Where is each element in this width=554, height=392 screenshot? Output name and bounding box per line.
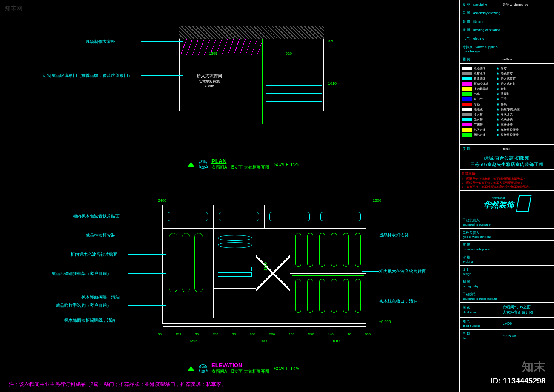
bottom-dims: 50 158 20 750 20 605 500 100 550 440 20 …: [158, 332, 371, 336]
dim: 750: [213, 332, 218, 336]
dim-vert: [262, 39, 263, 124]
leader: [362, 235, 379, 235]
fold-item: [218, 235, 252, 241]
leader: [128, 305, 166, 306]
elev-r3: 实木线条收口，清油: [379, 298, 417, 304]
elev-l2: 成品挂衣杆安装: [86, 232, 115, 238]
legend-item: 冷水管◉单联开关: [462, 112, 552, 117]
tb-footer-row: 工程编号engineering serial number: [460, 290, 554, 303]
tb-footer-row: 设 计design: [460, 266, 554, 278]
long-hang: [163, 229, 214, 318]
garment: [319, 233, 325, 267]
dim: 550: [365, 332, 371, 336]
watermark-top-left: 知末网: [5, 5, 23, 12]
leader-2: [141, 75, 183, 76]
tb-footer-row: 工种负责人type of work principal: [460, 229, 554, 241]
box-icon: [219, 212, 259, 221]
leader: [128, 273, 166, 274]
dim: 550: [308, 332, 314, 336]
proj-cn: 项 目: [463, 146, 503, 151]
tb-header-row: 总 图 assembly drawing: [460, 9, 554, 17]
compartment: [214, 205, 265, 228]
leader: [128, 216, 166, 216]
plan-title-cn: 衣帽间A、B立面 大衣柜展开图: [211, 164, 269, 170]
plan-title-bar: A.BPM03 PLAN 衣帽间A、B立面 大衣柜展开图 SCALE 1:25: [188, 158, 300, 170]
box-icon: [269, 212, 310, 221]
project-label-row: 项 目 item:: [460, 145, 554, 153]
warnings: 注意事项: 1：图面尺寸仅供参考，施工时以现场测量为准；2：图纸尺寸如有不符，施…: [460, 170, 554, 191]
dim-2500: 2500: [373, 198, 381, 203]
shelves-col: [214, 229, 256, 318]
garment: [343, 233, 349, 267]
tb-header-row: 专 业 speciality会签人 signed by: [460, 0, 554, 9]
warn-title: 注意事项:: [462, 172, 552, 176]
room-title: 步入式衣帽间: [197, 73, 222, 79]
compartment: [315, 205, 366, 228]
x-panel: [256, 229, 290, 318]
room-height: 2.86m: [197, 84, 222, 88]
elev-l7: 枫木饰面衣柜踢脚线，清油: [64, 318, 115, 323]
tb-footer-row: 图 名chart name衣帽间A、B立面 大衣柜立面展开图: [460, 303, 554, 318]
plan-marker: A.BPM03: [199, 160, 207, 169]
fold-item: [218, 267, 252, 271]
legend-item: 原有柱体◉隐藏筒灯: [462, 72, 552, 76]
garment: [319, 279, 325, 313]
garment: [331, 279, 337, 313]
dim-1880: 1880: [263, 262, 268, 271]
triangle-icon: [188, 162, 194, 167]
dim: 1395: [189, 339, 197, 343]
legend-item: 电路走线◉单联双控开关: [462, 128, 552, 132]
warning-line: 3：如有不符，施工时须请相应的专业施工单位配合。: [462, 185, 552, 189]
fold-item: [218, 242, 252, 248]
leader-1: [141, 41, 183, 42]
garment: [194, 233, 203, 292]
plan-outline: 步入式衣帽间 实木地板铺地 2.86m: [179, 26, 324, 124]
legend-item: 空调管◉三联开关: [462, 123, 552, 127]
dim: 1000: [260, 339, 268, 343]
elev-scale: SCALE 1:25: [274, 366, 300, 371]
tb-header-row: 电 气 electric: [460, 34, 554, 43]
plan-label-door: 订制成品玻璃移门（推荐品牌：香港度望移门）: [43, 73, 132, 79]
legend-item: 热水管◉双联开关: [462, 117, 552, 122]
room-sub: 实木地板铺地: [197, 79, 222, 84]
legend-header: 图 例 cutline:: [460, 55, 554, 64]
room-label-group: 步入式衣帽间 实木地板铺地 2.86m: [197, 73, 222, 88]
tb-header-row: 装 修 fitment: [460, 17, 554, 26]
kick: [163, 323, 366, 327]
drawers: [214, 288, 256, 318]
top-shelf-row: [163, 205, 366, 229]
dim: 158: [175, 332, 181, 336]
hang-row: [290, 229, 366, 273]
watermark-bottom-right: 知末: [522, 359, 545, 375]
dim: 20: [195, 332, 199, 336]
tb-footer-row: 制 图cartography: [460, 278, 554, 290]
bottom-sums: 1395 1000 1010: [158, 339, 371, 343]
box-icon: [320, 212, 361, 221]
dim: 605: [250, 332, 255, 336]
elev-l4: 成品不锈钢挂裤架（客户自购）: [51, 271, 111, 277]
garment: [307, 279, 313, 313]
tb-header-row: 给排水 water supply & dra change: [460, 43, 554, 55]
elev-l6: 成品暗拉手选购（客户自购）: [56, 303, 111, 309]
leader: [362, 271, 379, 272]
elev-l1: 柜内枫木色波音软片贴面: [73, 213, 120, 219]
drawer: [214, 298, 256, 308]
garment: [307, 233, 313, 267]
shelves: [266, 41, 322, 109]
dim: 440: [328, 332, 333, 336]
proj-en: item:: [503, 147, 551, 151]
legend-item: 新砌轻体墙◉嵌入式射灯: [462, 82, 552, 86]
elev-marker: A.BPM03: [199, 364, 207, 373]
garment: [343, 279, 349, 313]
elev-title-bar: A.BPM03 ELEVATION 衣帽间A、B立面 大衣柜展开图 SCALE …: [188, 362, 300, 375]
elev-title-cn: 衣帽间A、B立面 大衣柜展开图: [211, 369, 269, 375]
leader: [128, 297, 166, 297]
plan-view: 步入式衣帽间 实木地板铺地 2.86m 现场制作大衣柜 订制成品玻璃移门（推荐品…: [162, 22, 341, 141]
shelving-zone: [264, 39, 323, 112]
drawing-canvas: 知末网 步入式衣帽间 实木地板铺地 2.86m 现场制作大衣柜 订制成品: [0, 0, 460, 392]
plan-title-en: PLAN: [211, 158, 269, 164]
wall-hatch-top: [179, 26, 324, 39]
cabinet-zone: [180, 39, 263, 56]
dim-1395: 1395: [209, 52, 217, 56]
leader: [128, 320, 166, 320]
